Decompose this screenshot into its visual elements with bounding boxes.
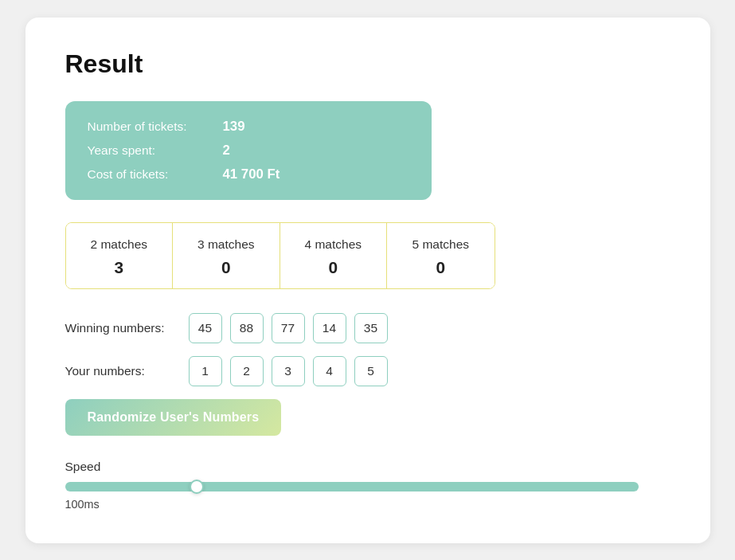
match-cell-0: 2 matches 3 [66,223,174,288]
winning-number-2: 77 [272,313,305,343]
your-numbers-row: Your numbers: 12345 [65,356,670,386]
speed-section: Speed 100ms [65,460,670,511]
your-number-1: 2 [230,356,264,386]
years-value: 2 [223,143,230,159]
result-card: Result Number of tickets: 139 Years spen… [25,18,710,543]
your-number-0: 1 [189,356,222,386]
your-numbers-badges: 12345 [189,356,388,386]
winning-numbers-label: Winning numbers: [65,321,181,335]
speed-value: 100ms [65,498,670,511]
match-label-3: 5 matches [395,237,487,252]
summary-box: Number of tickets: 139 Years spent: 2 Co… [65,101,432,200]
match-cell-2: 4 matches 0 [280,223,388,288]
cost-row: Cost of tickets: 41 700 Ft [88,166,409,182]
tickets-row: Number of tickets: 139 [88,119,409,135]
match-label-1: 3 matches [181,237,272,252]
match-value-1: 0 [181,258,272,277]
your-number-2: 3 [272,356,305,386]
match-cell-3: 5 matches 0 [387,223,495,288]
years-label: Years spent: [88,143,223,158]
speed-slider-thumb [190,480,204,494]
winning-numbers-badges: 4588771435 [189,313,388,343]
numbers-section: Winning numbers: 4588771435 Your numbers… [65,313,670,386]
randomize-button[interactable]: Randomize User's Numbers [65,399,282,436]
winning-number-4: 35 [354,313,388,343]
match-value-2: 0 [288,258,379,277]
matches-grid: 2 matches 33 matches 04 matches 05 match… [65,222,495,289]
winning-number-0: 45 [189,313,222,343]
winning-number-1: 88 [230,313,264,343]
your-number-3: 4 [313,356,346,386]
speed-label: Speed [65,460,670,474]
your-number-4: 5 [354,356,388,386]
winning-numbers-row: Winning numbers: 4588771435 [65,313,670,343]
cost-value: 41 700 Ft [223,166,280,182]
speed-slider-track[interactable] [65,482,639,491]
match-label-0: 2 matches [74,237,165,252]
page-title: Result [65,49,670,79]
match-value-0: 3 [74,258,165,277]
cost-label: Cost of tickets: [88,167,223,182]
your-numbers-label: Your numbers: [65,364,181,378]
tickets-value: 139 [223,119,245,135]
winning-number-3: 14 [313,313,346,343]
tickets-label: Number of tickets: [88,119,223,134]
years-row: Years spent: 2 [88,143,409,159]
match-value-3: 0 [395,258,487,277]
match-cell-1: 3 matches 0 [173,223,280,288]
match-label-2: 4 matches [288,237,379,252]
